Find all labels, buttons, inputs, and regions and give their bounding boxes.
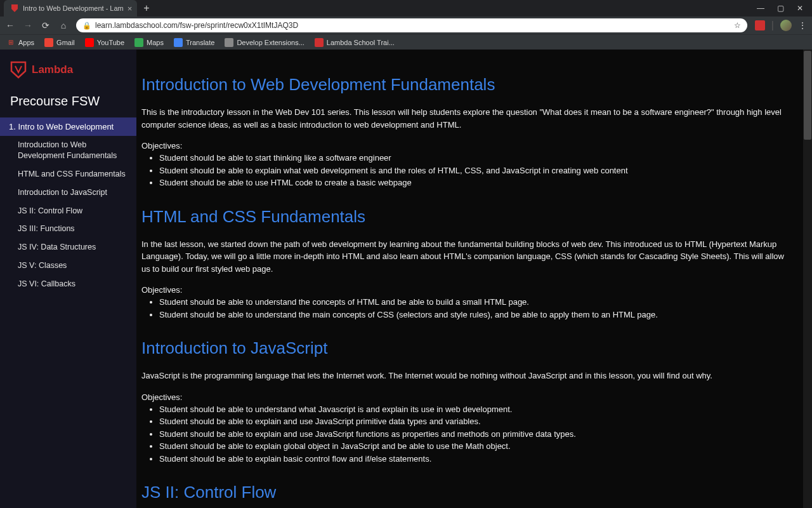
toolbar-actions: | ⋮: [755, 20, 807, 31]
tab-favicon-icon: [10, 4, 19, 13]
nav-sub-item[interactable]: Introduction to JavaScript: [0, 184, 136, 202]
back-button[interactable]: ←: [5, 20, 15, 30]
nav-sub-item[interactable]: JS II: Control Flow: [0, 202, 136, 220]
menu-button[interactable]: ⋮: [798, 20, 807, 30]
bookmark-favicon-icon: [44, 38, 53, 47]
maximize-icon[interactable]: ▢: [777, 4, 784, 13]
bookmark-item[interactable]: Lambda School Trai...: [315, 38, 395, 47]
bookmark-label: YouTube: [97, 39, 124, 46]
scrollbar[interactable]: [803, 50, 812, 508]
section-block: JS II: Control FlowOften times we want o…: [141, 483, 789, 508]
bookmark-item[interactable]: Gmail: [44, 38, 75, 47]
objective-item: Student should be able to start thinking…: [159, 152, 789, 164]
url-text: learn.lambdaschool.com/fsw-pre/sprint/re…: [95, 21, 298, 30]
objective-item: Student should be able to use HTML code …: [159, 177, 789, 189]
objective-item: Student should be able to understand the…: [159, 296, 789, 309]
bookmark-item[interactable]: YouTube: [85, 38, 124, 47]
logo[interactable]: Lambda: [0, 61, 136, 94]
url-bar[interactable]: 🔒 learn.lambdaschool.com/fsw-pre/sprint/…: [76, 18, 747, 32]
objective-item: Student should be able to explain and us…: [159, 428, 789, 441]
browser-toolbar: ← → ⟳ ⌂ 🔒 learn.lambdaschool.com/fsw-pre…: [0, 17, 812, 34]
bookmark-label: Lambda School Trai...: [327, 39, 395, 46]
nav-item-intro[interactable]: 1. Intro to Web Development: [0, 117, 136, 136]
bookmark-favicon-icon: [85, 38, 94, 47]
objective-item: Student should be able to explain global…: [159, 440, 789, 453]
reload-button[interactable]: ⟳: [41, 20, 51, 30]
bookmark-star-icon[interactable]: ☆: [734, 21, 741, 30]
bookmark-item[interactable]: Translate: [174, 38, 214, 47]
nav-sub-item[interactable]: JS VI: Callbacks: [0, 275, 136, 293]
objective-item: Student should be able to understand the…: [159, 309, 789, 321]
window-controls: — ▢ ✕: [748, 4, 812, 13]
bookmark-favicon-icon: [134, 38, 143, 47]
tab-close-icon[interactable]: ×: [128, 4, 133, 13]
bookmarks-bar: ⊞AppsGmailYouTubeMapsTranslateDevelop Ex…: [0, 34, 812, 50]
objectives-label: Objectives:: [141, 392, 789, 402]
forward-button[interactable]: →: [23, 20, 33, 30]
section-heading[interactable]: Introduction to Web Development Fundamen…: [141, 75, 789, 95]
objectives-list: Student should be able to understand the…: [141, 296, 789, 321]
bookmark-label: Gmail: [56, 39, 75, 46]
section-block: HTML and CSS FundamentalsIn the last les…: [141, 207, 789, 321]
minimize-icon[interactable]: —: [757, 4, 764, 13]
course-title: Precourse FSW: [0, 94, 136, 117]
section-heading[interactable]: HTML and CSS Fundamentals: [141, 207, 789, 227]
objective-item: Student should be able to explain basic …: [159, 453, 789, 465]
objective-item: Student should be able to understand wha…: [159, 403, 789, 416]
section-paragraph: JavaScript is the programming language t…: [141, 370, 789, 382]
section-heading[interactable]: JS II: Control Flow: [141, 483, 789, 502]
lock-icon: 🔒: [82, 22, 91, 30]
bookmark-favicon-icon: [225, 38, 233, 47]
objectives-label: Objectives:: [141, 285, 789, 295]
scrollbar-thumb[interactable]: [804, 51, 811, 140]
bookmark-item[interactable]: Maps: [134, 38, 164, 47]
section-paragraph: This is the introductory lesson in the W…: [141, 106, 789, 131]
bookmark-label: Develop Extensions...: [237, 39, 304, 46]
bookmark-label: Maps: [147, 39, 164, 46]
section-paragraph: In the last lesson, we started down the …: [141, 238, 789, 276]
nav-sub-item[interactable]: Introduction to Web Development Fundamen…: [0, 136, 136, 165]
section-heading[interactable]: Introduction to JavaScript: [141, 338, 789, 358]
nav-sub-item[interactable]: JS III: Functions: [0, 220, 136, 238]
tab-title: Intro to Web Development - Lam: [23, 4, 124, 12]
bookmark-favicon-icon: [174, 38, 183, 47]
logo-text: Lambda: [32, 64, 73, 76]
app-container: Lambda Precourse FSW 1. Intro to Web Dev…: [0, 50, 812, 508]
extension-icon[interactable]: [755, 20, 765, 30]
objectives-list: Student should be able to start thinking…: [141, 152, 789, 189]
objective-item: Student should be able to explain what w…: [159, 164, 789, 177]
sidebar: Lambda Precourse FSW 1. Intro to Web Dev…: [0, 50, 136, 508]
shield-icon: [10, 61, 27, 79]
nav-sub-item[interactable]: HTML and CSS Fundamentals: [0, 165, 136, 184]
titlebar: Intro to Web Development - Lam × + — ▢ ✕: [0, 0, 812, 17]
bookmark-favicon-icon: ⊞: [6, 38, 15, 47]
nav-sub-item[interactable]: JS V: Classes: [0, 257, 136, 275]
bookmark-label: Translate: [186, 39, 214, 46]
close-icon[interactable]: ✕: [797, 4, 803, 13]
home-button[interactable]: ⌂: [58, 20, 69, 30]
nav-sub-item[interactable]: JS IV: Data Structures: [0, 238, 136, 257]
section-block: Introduction to JavaScriptJavaScript is …: [141, 338, 789, 465]
bookmark-label: Apps: [18, 39, 34, 46]
profile-avatar[interactable]: [780, 20, 792, 31]
new-tab-button[interactable]: +: [143, 3, 149, 14]
bookmark-item[interactable]: Develop Extensions...: [225, 38, 304, 47]
objectives-list: Student should be able to understand wha…: [141, 403, 789, 465]
bookmark-favicon-icon: [315, 38, 324, 47]
objective-item: Student should be able to explain and us…: [159, 415, 789, 428]
content-area: Introduction to Web Development Fundamen…: [136, 50, 812, 508]
section-block: Introduction to Web Development Fundamen…: [141, 75, 789, 189]
browser-tab[interactable]: Intro to Web Development - Lam ×: [4, 0, 137, 17]
bookmark-item[interactable]: ⊞Apps: [6, 38, 34, 47]
objectives-label: Objectives:: [141, 141, 789, 150]
